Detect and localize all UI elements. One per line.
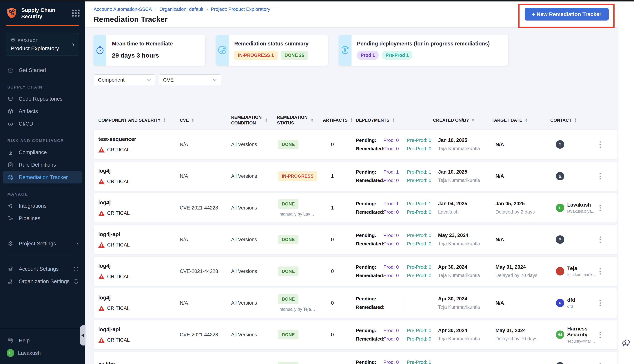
sidebar-item-pipelines[interactable]: Pipelines [0,212,85,224]
created-date: Apr 30, 2024 [438,328,492,334]
sidebar-item-artifacts[interactable]: Artifacts [0,105,85,118]
row-menu-kebab[interactable] [596,141,617,148]
pending-prod-count[interactable]: Prod: 1 [383,201,404,206]
sidebar-item-organization-settings[interactable]: Organization Settings [0,275,85,288]
remediated-line: Remediated: Prod: 0 Pre-Prod: 0 [356,335,433,342]
row-menu-kebab[interactable] [596,236,617,243]
remediated-prod-count[interactable]: Prod: 0 [383,209,404,215]
critical-severity-icon [98,274,105,279]
row-menu-kebab[interactable] [596,300,617,306]
table-row[interactable]: log4j CRITICAL CVE-2021-44228 All Versio… [94,256,617,286]
remediation-condition-cell: All Versions [231,237,277,242]
breadcrumb-organization-link[interactable]: Organization: default [159,6,203,12]
remediated-prod-count[interactable]: Prod: 0 [383,178,404,183]
row-menu-kebab[interactable] [596,205,617,211]
pending-preprod-count[interactable]: Pre-Prod: 0 [407,264,431,270]
column-header-remediation-status[interactable]: REMEDIATION STATUS▲▼ [277,114,323,126]
remediated-prod-count[interactable]: Prod: 0 [383,241,404,247]
row-menu-kebab[interactable] [596,173,617,180]
pending-label: Pending: [356,201,383,206]
cube-icon [11,38,16,43]
target-date-cell: Jan 05, 2025 Delayed by 2 days [492,201,550,215]
table-row[interactable]: log4j CRITICAL N/A All Versions IN-PROGR… [94,162,617,191]
pending-preprod-count[interactable]: Pre-Prod: 1 [407,169,431,175]
info-icon[interactable] [73,266,79,272]
cve-filter-select[interactable]: CVE [159,74,221,86]
sidebar-item-account-settings[interactable]: Account Settings [0,263,85,275]
breadcrumb-account-link[interactable]: Account: Automation-SSCA [94,6,152,12]
column-header-component[interactable]: COMPONENT AND SEVERITY▲▼ [94,117,180,123]
avatar: L [556,204,564,212]
user-menu[interactable]: L Lavakush [0,347,85,359]
column-header-artifacts[interactable]: ARTIFACTS▲▼ [323,117,356,123]
table-row[interactable]: xz-libs DONE Pending: Prod: 0 Pre-Prod: … [94,352,617,364]
help-button[interactable]: ? Help [0,334,85,347]
mttr-value: 29 days 3 hours [112,52,173,59]
cve-filter-label: CVE [163,77,174,83]
column-header-cve[interactable]: CVE▲▼ [180,117,231,123]
pending-prod-count[interactable]: Prod: 0 [383,328,404,334]
chat-launcher-icon[interactable] [621,337,631,348]
remediation-status-cell: IN-PROGRESS [277,171,323,181]
remediated-preprod-count[interactable]: Pre-Prod: 0 [407,273,431,278]
remediated-preprod-count[interactable]: Pre-Prod: 0 [407,209,431,215]
sidebar-item-compliance[interactable]: Compliance [0,146,85,158]
column-header-target-date[interactable]: TARGET DATE▲▼ [492,117,550,123]
table-row[interactable]: test-sequencer CRITICAL N/A All Versions… [94,130,617,159]
pending-prod-count[interactable]: Prod: 0 [383,138,404,143]
breadcrumb-project-link[interactable]: Project: Product Exploratory [211,6,270,12]
sidebar-item-rule-definitions[interactable]: Rule Definitions [0,158,85,171]
sidebar-item-cicd[interactable]: ∞ CI/CD [0,118,85,130]
module-grid-icon[interactable] [72,10,80,17]
sidebar-item-remediation-tracker[interactable]: Remediation Tracker [3,171,82,184]
remediated-preprod-count[interactable]: Pre-Prod: 0 [407,178,431,183]
row-menu-kebab[interactable] [596,332,617,338]
pending-prod-count[interactable]: Prod: 0 [383,264,404,270]
pending-prod-count[interactable]: Prod: 0 [383,232,404,238]
table-row[interactable]: log4j CRITICAL N/A All Versions DONE man… [94,288,617,318]
pending-preprod-count[interactable]: Pre-Prod: 0 [407,328,431,334]
column-header-remediation-condition[interactable]: REMEDIATION CONDITION▲▼ [231,114,277,126]
gear-icon: ⚙ [7,240,14,247]
component-filter-select[interactable]: Component [94,74,155,86]
sidebar-item-code-repositories[interactable]: Code Repositories [0,92,85,105]
column-header-deployments[interactable]: DEPLOYMENTS▲▼ [356,117,433,123]
pending-preprod-count[interactable]: Pre-Prod: 0 [407,360,431,364]
row-menu-kebab[interactable] [596,268,617,274]
sidebar-item-project-settings[interactable]: ⚙ Project Settings › [0,237,85,250]
pending-deployments-card: Pending deployments (for in-progress rem… [339,35,508,66]
remediated-preprod-count[interactable]: Pre-Prod: 0 [407,146,431,152]
sidebar-item-integrations[interactable]: Integrations [0,200,85,212]
contact-text: Teja teja.kummarik… [567,266,596,277]
artifacts-cell: 0 [323,236,356,242]
deployments-cell: Pending: Prod: 0 Pre-Prod: 0 Remediated:… [356,326,433,344]
row-menu-kebab[interactable] [596,363,617,364]
pending-preprod-count[interactable]: Pre-Prod: 0 [407,138,431,143]
sidebar-collapse-handle[interactable] [80,325,86,346]
created-date: May 23, 2024 [438,232,492,238]
sidebar-item-get-started[interactable]: Get Started [0,64,85,76]
critical-severity-icon [98,147,105,152]
new-remediation-tracker-button[interactable]: + New Remediation Tracker [525,8,609,20]
remediated-prod-count[interactable]: Prod: 0 [383,273,404,278]
pending-preprod-count[interactable]: Pre-Prod: 1 [407,201,431,206]
column-header-created-on-by[interactable]: CREATED ON/BY▲▼ [433,117,492,123]
column-header-contact[interactable]: CONTACT▲▼ [550,117,596,123]
remediated-prod-count[interactable]: Prod: 0 [383,336,404,342]
deployments-cell: Pending: Prod: 1 Pre-Prod: 1 Remediated:… [356,167,433,185]
pending-prod-count[interactable]: Prod: 0 [383,360,404,364]
remediated-preprod-count[interactable]: Pre-Prod: 0 [407,241,431,247]
info-icon[interactable] [73,278,79,284]
pending-preprod-count[interactable]: Pre-Prod: 0 [407,232,431,238]
cve-cell: CVE-2021-44228 [180,205,231,211]
table-row[interactable]: log4j-api CRITICAL CVE-2021-44228 All Ve… [94,320,617,349]
table-row[interactable]: log4j-api CRITICAL N/A All Versions DONE… [94,225,617,254]
pending-label: Pending: [356,264,383,270]
pending-prod-count[interactable]: Prod: 1 [383,169,404,175]
project-selector[interactable]: PROJECT Product Exploratory › [6,33,79,56]
remediated-preprod-count[interactable]: Pre-Prod: 0 [407,336,431,342]
table-row[interactable]: log4j CRITICAL CVE-2021-44228 All Versio… [94,193,617,222]
pending-line: Pending: Prod: 0 Pre-Prod: 0 [356,232,433,239]
done-count-badge: DONE 26 [281,51,308,60]
remediated-prod-count[interactable]: Prod: 0 [383,146,404,152]
